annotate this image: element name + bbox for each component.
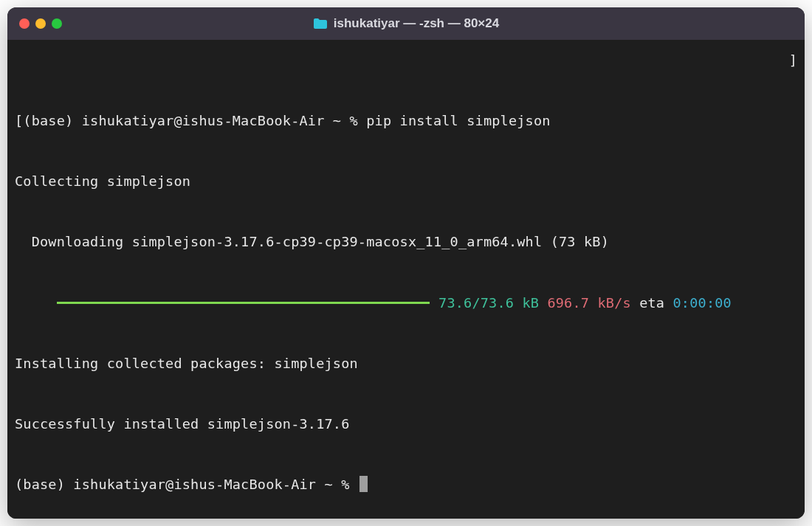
cursor <box>359 476 368 492</box>
progress-line: 73.6/73.6 kB 696.7 kB/s eta 0:00:00 <box>15 293 797 313</box>
progress-rate: 696.7 kB/s <box>539 293 631 313</box>
folder-icon <box>313 18 328 30</box>
traffic-lights <box>7 18 62 29</box>
progress-indent <box>15 293 57 313</box>
progress-done: 73.6/73.6 kB <box>430 293 539 313</box>
close-button[interactable] <box>19 18 30 29</box>
installing-line: Installing collected packages: simplejso… <box>15 353 797 373</box>
maximize-button[interactable] <box>52 18 62 29</box>
terminal-body[interactable]: ] [(base) ishukatiyar@ishus-MacBook-Air … <box>7 40 805 519</box>
window-title: ishukatiyar — -zsh — 80×24 <box>334 16 499 31</box>
command-text: pip install simplejson <box>366 113 550 128</box>
prompt-prefix: [(base) ishukatiyar@ishus-MacBook-Air ~ … <box>15 113 366 128</box>
prompt-prefix-2: (base) ishukatiyar@ishus-MacBook-Air ~ % <box>15 477 358 492</box>
prompt-line-2: (base) ishukatiyar@ishus-MacBook-Air ~ % <box>15 474 797 494</box>
right-bracket: ] <box>789 50 797 70</box>
prompt-line-1: [(base) ishukatiyar@ishus-MacBook-Air ~ … <box>15 111 797 131</box>
progress-eta: 0:00:00 <box>664 293 732 313</box>
collecting-line: Collecting simplejson <box>15 171 797 191</box>
minimize-button[interactable] <box>35 18 46 29</box>
progress-eta-label: eta <box>631 293 664 313</box>
success-line: Successfully installed simplejson-3.17.6 <box>15 414 797 434</box>
progress-bar <box>57 302 430 304</box>
title-wrap: ishukatiyar — -zsh — 80×24 <box>7 16 805 31</box>
downloading-line: Downloading simplejson-3.17.6-cp39-cp39-… <box>15 232 797 252</box>
titlebar[interactable]: ishukatiyar — -zsh — 80×24 <box>7 7 805 40</box>
terminal-window: ishukatiyar — -zsh — 80×24 ] [(base) ish… <box>7 7 805 519</box>
